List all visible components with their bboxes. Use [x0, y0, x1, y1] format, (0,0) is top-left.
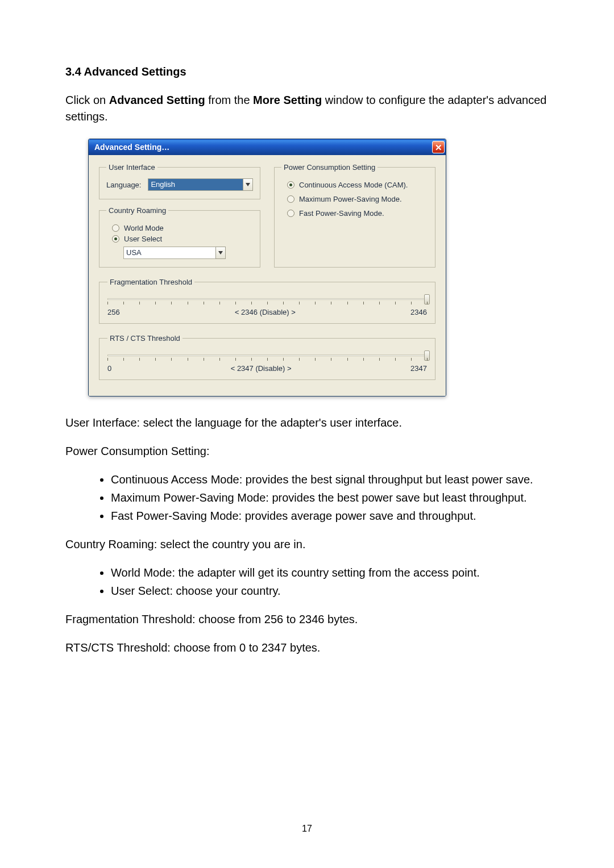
- desc-rts: RTS/CTS Threshold: choose from 0 to 2347…: [65, 640, 549, 656]
- radio-label: User Select: [124, 235, 162, 243]
- user-interface-group: User Interface Language: English: [99, 163, 260, 199]
- group-legend: Fragmentation Threshold: [107, 278, 194, 286]
- list-item: User Select: choose your country.: [111, 583, 549, 599]
- text: : provides the best power save but least…: [265, 491, 526, 504]
- text-bold: More Setting: [253, 94, 322, 106]
- country-roaming-group: Country Roaming World Mode User Select U…: [99, 206, 260, 268]
- text-bold: Fast Power-Saving Mode: [111, 510, 239, 522]
- list-item: Maximum Power-Saving Mode: provides the …: [111, 490, 549, 506]
- slider-max-label: 2347: [410, 364, 427, 373]
- slider-track: [107, 354, 427, 356]
- radio-user-select[interactable]: User Select: [106, 235, 253, 243]
- language-combobox[interactable]: English: [148, 178, 253, 191]
- slider-max-label: 2346: [410, 308, 427, 316]
- fragmentation-slider[interactable]: [107, 293, 427, 306]
- rts-cts-threshold-group: RTS / CTS Threshold 0 < 2347 (Disable) >…: [99, 334, 435, 380]
- slider-center-label: < 2346 (Disable) >: [120, 308, 410, 316]
- text-bold: Continuous Access Mode: [111, 473, 239, 486]
- text-bold: RTS/CTS Threshold: [65, 641, 167, 654]
- text-bold: User Select: [111, 585, 169, 597]
- country-combobox[interactable]: USA: [123, 247, 226, 259]
- text: : the adapter will get its country setti…: [172, 566, 479, 579]
- titlebar[interactable]: Advanced Setting… ✕: [89, 139, 446, 155]
- text-bold: World Mode: [111, 566, 172, 579]
- dialog-title: Advanced Setting…: [94, 143, 169, 152]
- slider-min-label: 0: [107, 364, 111, 373]
- chevron-down-icon[interactable]: [215, 247, 226, 259]
- desc-power-heading: Power Consumption Setting:: [65, 443, 549, 459]
- text: : choose your country.: [169, 585, 280, 597]
- close-button[interactable]: ✕: [432, 141, 445, 153]
- rts-slider[interactable]: [107, 349, 427, 362]
- language-value: English: [148, 178, 243, 191]
- text: : select the language for the adapter's …: [137, 416, 402, 429]
- text: : provides average power save and throug…: [239, 510, 476, 522]
- list-item: World Mode: the adapter will get its cou…: [111, 565, 549, 581]
- slider-center-label: < 2347 (Disable) >: [111, 364, 410, 373]
- text: : choose from 256 to 2346 bytes.: [192, 613, 358, 625]
- group-legend: Country Roaming: [106, 206, 168, 215]
- group-legend: User Interface: [106, 163, 157, 172]
- radio-label: Continuous Access Mode (CAM).: [299, 181, 408, 189]
- text: Click on: [65, 94, 109, 106]
- radio-icon: [287, 210, 294, 217]
- text: : choose from 0 to 2347 bytes.: [167, 641, 320, 654]
- desc-fragmentation: Fragmentation Threshold: choose from 256…: [65, 611, 549, 627]
- country-value: USA: [123, 247, 215, 259]
- text-bold: Advanced Setting: [109, 94, 205, 106]
- section-heading: 3.4 Advanced Settings: [65, 65, 549, 78]
- radio-label: Maximum Power-Saving Mode.: [299, 195, 402, 203]
- text-bold: Country Roaming: [65, 538, 154, 550]
- radio-label: World Mode: [124, 224, 164, 232]
- text: : provides the best signal throughput bu…: [239, 473, 533, 486]
- text-bold: Power Consumption Setting: [65, 445, 206, 457]
- radio-world-mode[interactable]: World Mode: [106, 224, 253, 232]
- group-legend: RTS / CTS Threshold: [107, 334, 182, 343]
- radio-label: Fast Power-Saving Mode.: [299, 209, 384, 218]
- desc-user-interface: User Interface: select the language for …: [65, 415, 549, 431]
- intro-paragraph: Click on Advanced Setting from the More …: [65, 92, 549, 125]
- text: from the: [205, 94, 253, 106]
- list-item: Continuous Access Mode: provides the bes…: [111, 471, 549, 487]
- text: : select the country you are in.: [154, 538, 306, 550]
- radio-max-power-saving[interactable]: Maximum Power-Saving Mode.: [281, 195, 428, 203]
- slider-min-label: 256: [107, 308, 120, 316]
- radio-icon: [112, 224, 119, 232]
- close-icon: ✕: [435, 143, 442, 152]
- text-bold: Fragmentation Threshold: [65, 613, 192, 625]
- radio-icon: [112, 235, 119, 243]
- radio-icon: [287, 195, 294, 203]
- power-mode-list: Continuous Access Mode: provides the bes…: [65, 471, 549, 524]
- radio-fast-power-saving[interactable]: Fast Power-Saving Mode.: [281, 209, 428, 218]
- power-consumption-group: Power Consumption Setting Continuous Acc…: [274, 163, 435, 268]
- page-number: 17: [0, 824, 614, 834]
- desc-country-roaming: Country Roaming: select the country you …: [65, 536, 549, 552]
- slider-track: [107, 298, 427, 300]
- group-legend: Power Consumption Setting: [281, 163, 377, 172]
- language-label: Language:: [106, 181, 141, 189]
- advanced-setting-dialog: Advanced Setting… ✕ User Interface Langu…: [88, 139, 446, 397]
- text-bold: Maximum Power-Saving Mode: [111, 491, 265, 504]
- text-bold: User Interface: [65, 416, 137, 429]
- radio-cam-mode[interactable]: Continuous Access Mode (CAM).: [281, 181, 428, 189]
- roaming-list: World Mode: the adapter will get its cou…: [65, 565, 549, 599]
- list-item: Fast Power-Saving Mode: provides average…: [111, 508, 549, 524]
- fragmentation-threshold-group: Fragmentation Threshold 256 < 2346 (Disa…: [99, 278, 435, 324]
- radio-icon: [287, 181, 294, 189]
- chevron-down-icon[interactable]: [243, 178, 253, 191]
